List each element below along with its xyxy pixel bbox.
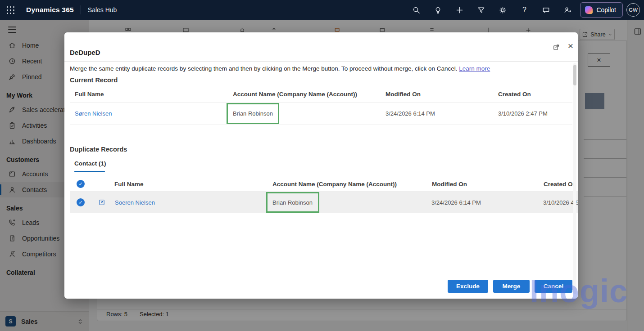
app-root: Dynamics 365 Sales Hub ? Copilot GW (0, 0, 644, 331)
top-navbar: Dynamics 365 Sales Hub ? Copilot GW (0, 0, 644, 20)
dup-col-created-on: Created On (544, 181, 576, 188)
cancel-button[interactable]: Cancel (535, 280, 572, 293)
current-record-name-link[interactable]: Søren Nielsen (75, 110, 112, 117)
filter-icon[interactable] (470, 0, 492, 20)
search-icon[interactable] (405, 0, 427, 20)
dup-col-modified-on: Modified On (432, 181, 467, 188)
col-full-name: Full Name (75, 91, 104, 98)
plus-icon[interactable] (449, 0, 470, 20)
copilot-logo-icon (585, 6, 593, 14)
lightbulb-icon[interactable] (427, 0, 449, 20)
app-name[interactable]: Sales Hub (88, 6, 117, 13)
duplicate-row[interactable]: ✓ Soeren Nielsen Brian Robinson 3/24/202… (70, 192, 578, 213)
col-account-name: Account Name (Company Name (Account)) (233, 91, 357, 98)
deduped-dialog: DeDupeD × Merge the same entity duplicat… (64, 32, 578, 299)
product-name: Dynamics 365 (26, 6, 74, 14)
user-avatar[interactable]: GW (626, 3, 640, 17)
table-divider (70, 103, 572, 103)
dialog-description: Merge the same entity duplicate records … (70, 65, 572, 72)
learn-more-link[interactable]: Learn more (459, 65, 490, 72)
help-icon[interactable]: ? (513, 0, 535, 20)
dialog-scrollbar-thumb[interactable] (573, 65, 576, 85)
tab-contact[interactable]: Contact (1) (74, 160, 106, 167)
duplicate-name-link[interactable]: Soeren Nielsen (115, 199, 155, 206)
current-modified-on: 3/24/2026 6:14 PM (385, 110, 435, 117)
col-modified-on: Modified On (385, 91, 421, 98)
duplicate-account-highlight-box: Brian Robinson (266, 192, 319, 213)
dup-col-account-name: Account Name (Company Name (Account)) (272, 181, 397, 188)
row-checkbox[interactable]: ✓ (77, 198, 85, 206)
tab-active-underline (74, 171, 105, 172)
share-people-icon[interactable] (557, 0, 578, 20)
current-account-highlight-box: Brian Robinson (227, 103, 279, 124)
app-launcher-waffle-icon[interactable] (0, 0, 21, 20)
open-record-icon[interactable] (98, 199, 105, 206)
duplicate-created-on: 3/10/2026 4:5 (543, 199, 578, 206)
table-divider (70, 191, 578, 192)
current-created-on: 3/10/2026 2:47 PM (498, 110, 548, 117)
table-divider (70, 125, 572, 125)
dialog-title: DeDupeD (70, 49, 100, 56)
copilot-button[interactable]: Copilot (580, 2, 623, 18)
current-record-heading: Current Record (70, 76, 118, 84)
feedback-chat-icon[interactable] (535, 0, 557, 20)
header-divider (64, 61, 578, 62)
dialog-scrollbar-track (573, 63, 576, 294)
close-icon[interactable]: × (565, 40, 576, 51)
col-created-on: Created On (498, 91, 531, 98)
duplicate-records-heading: Duplicate Records (70, 146, 127, 153)
navbar-divider (81, 5, 81, 14)
select-all-checkbox[interactable]: ✓ (77, 180, 85, 188)
duplicate-modified-on: 3/24/2026 6:14 PM (431, 199, 481, 206)
copilot-label: Copilot (596, 6, 616, 13)
popout-icon[interactable] (553, 44, 560, 51)
exclude-button[interactable]: Exclude (448, 280, 488, 293)
settings-gear-icon[interactable] (492, 0, 513, 20)
merge-button[interactable]: Merge (493, 280, 530, 293)
dup-col-full-name: Full Name (114, 181, 144, 188)
